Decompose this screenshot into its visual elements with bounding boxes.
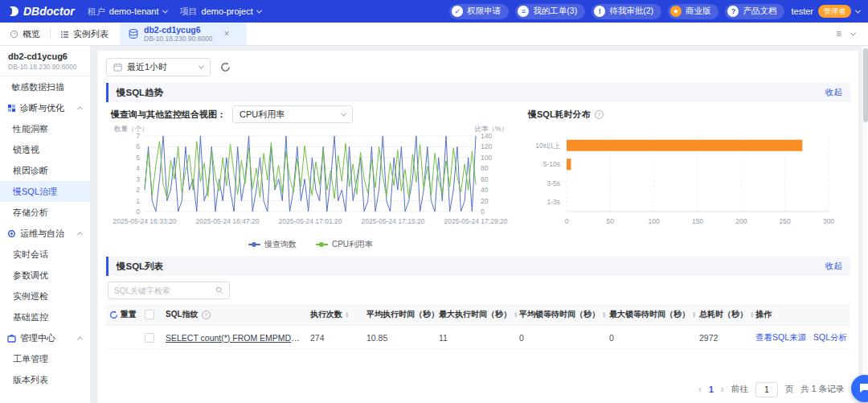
legend-marker (316, 244, 328, 245)
time-range-select[interactable]: 最近1小时 (106, 58, 211, 76)
goto-page-input[interactable] (755, 382, 778, 397)
sort-icon[interactable]: ▲▼ (514, 311, 518, 319)
view-sql-source-link[interactable]: 查看SQL来源 (755, 332, 806, 343)
column-total-time[interactable]: 总耗时（秒） ▲▼ (699, 309, 755, 320)
column-exec-count[interactable]: 执行次数 ▲▼ (310, 309, 366, 320)
sidebar-item-instance-inspection[interactable]: 实例巡检 (0, 286, 90, 306)
sidebar-item-performance-insight[interactable]: 性能洞察 (0, 118, 90, 139)
permission-apply-button[interactable]: ✓ 权限申请 (449, 4, 509, 19)
sidebar-item-version-list[interactable]: 版本列表 (0, 369, 90, 390)
sidebar-item-ticket-management[interactable]: 工单管理 (0, 348, 90, 369)
legend-slow-query-count[interactable]: 慢查询数 (248, 239, 297, 250)
sidebar-item-slow-sql[interactable]: 慢SQL治理 (0, 181, 90, 202)
chevron-up-icon (77, 232, 83, 237)
sidebar-item-lock-perspective[interactable]: 锁透视 (0, 139, 90, 160)
total-records-label: 共 1 条记录 (800, 384, 844, 395)
sort-icon[interactable]: ▲▼ (602, 311, 606, 319)
sidebar-group-operations[interactable]: 运维与自治 (0, 223, 90, 244)
sql-fingerprint-link[interactable]: SELECT count(*) FROM EMPMDC e CROSS JOIN… (166, 333, 305, 343)
project-label: 项目 (180, 6, 198, 18)
page-unit-label: 页 (785, 384, 794, 395)
pending-approval-button[interactable]: ! 待我审批(2) (592, 4, 661, 19)
page-number[interactable]: 1 (709, 384, 714, 394)
sort-icon[interactable]: ▲▼ (750, 311, 754, 319)
sort-icon[interactable]: ▲▼ (692, 311, 696, 319)
product-docs-button[interactable]: ? 产品文档 (725, 4, 784, 19)
tenant-label: 租户 (88, 6, 105, 18)
chevron-up-icon (77, 106, 83, 112)
chevron-down-icon[interactable] (850, 30, 856, 35)
cell-avg-lock-wait: 0 (519, 333, 609, 343)
scrollbar-thumb[interactable] (863, 48, 868, 122)
tenant-select[interactable]: demo-tenant (109, 6, 167, 16)
pill-label: 权限申请 (467, 6, 501, 17)
commercial-version-button[interactable]: ★ 商业版 (668, 4, 719, 19)
tabbar: 概览 实例列表 db2-cd1ycug6 DB-10.18.230.90:600… (0, 23, 868, 46)
dbdoctor-logo[interactable]: DBdoctor (8, 5, 75, 18)
row-checkbox[interactable] (145, 333, 154, 343)
sidebar-item-basic-monitoring[interactable]: 基础监控 (0, 306, 90, 327)
sort-icon[interactable]: ▲▼ (345, 311, 349, 319)
project-select[interactable]: demo-project (202, 6, 261, 16)
next-page-button[interactable]: › (721, 384, 724, 395)
tab-label: 实例列表 (73, 28, 108, 40)
sql-analysis-link[interactable]: SQL分析 (813, 332, 847, 343)
tab-instance-list[interactable]: 实例列表 (51, 23, 118, 45)
sidebar-group-diagnosis[interactable]: 诊断与优化 (0, 97, 90, 118)
list-collapse-link[interactable]: 收起 (825, 261, 842, 272)
time-range-value: 最近1小时 (127, 61, 167, 73)
cell-total-time: 2972 (699, 333, 755, 343)
table-empty-space (106, 350, 850, 376)
svg-text:80: 80 (481, 164, 489, 172)
sql-search-input[interactable] (114, 286, 212, 295)
tab-overview[interactable]: 概览 (0, 23, 50, 45)
trend-collapse-link[interactable]: 收起 (825, 87, 842, 98)
time-filter-row: 最近1小时 (106, 57, 850, 83)
svg-text:1: 1 (136, 197, 140, 205)
tenant-context: 租户 demo-tenant (88, 6, 167, 18)
user-menu[interactable]: tester 管理者 (791, 5, 860, 18)
distribution-chart-block: 慢SQL耗时分布 ? 05010015020025030010s以上5-10s3… (514, 104, 850, 250)
chevron-down-icon (256, 7, 262, 13)
close-icon[interactable]: × (224, 28, 230, 39)
column-sql-fingerprint[interactable]: SQL指纹 ? (166, 309, 310, 320)
menu-icon[interactable]: ≡ (836, 28, 841, 39)
trend-section-header: 慢SQL趋势 收起 (106, 83, 850, 102)
chevron-down-icon (199, 64, 204, 69)
column-max-time[interactable]: 最大执行时间（秒） ▲▼ (439, 309, 519, 320)
svg-text:5: 5 (136, 154, 140, 162)
refresh-button[interactable] (220, 62, 231, 72)
column-avg-lock-wait[interactable]: 平均锁等待时间（秒） ▲▼ (519, 309, 609, 320)
svg-text:300: 300 (823, 217, 834, 225)
page-scrollbar[interactable] (862, 46, 868, 403)
list-icon (60, 30, 69, 39)
column-avg-time[interactable]: 平均执行时间（秒） ▲▼ (366, 309, 439, 320)
my-tickets-button[interactable]: ≡ 我的工单(3) (515, 4, 585, 19)
select-all-checkbox[interactable] (145, 310, 154, 319)
slow-sql-trend-chart: 714061205100480360240120002025-05-24 16:… (108, 125, 514, 236)
tab-active-instance[interactable]: db2-cd1ycug6 DB-10.18.230.90:6000 × (120, 23, 247, 45)
prev-page-button[interactable]: ‹ (698, 384, 702, 395)
svg-text:0: 0 (136, 208, 140, 216)
column-max-lock-wait[interactable]: 最大锁等待时间（秒） ▲▼ (609, 309, 699, 320)
tab-instance-title: db2-cd1ycug6 (144, 25, 213, 35)
sidebar-item-parameter-tuning[interactable]: 参数调优 (0, 265, 90, 286)
sidebar-item-storage-analysis[interactable]: 存储分析 (0, 202, 90, 223)
search-icon[interactable] (215, 286, 223, 294)
table-header: 重置 SQL指纹 ? 执行次数 ▲▼ 平均执行时间（秒） ▲▼ 最大执行时间（秒… (106, 304, 850, 326)
goto-label: 前往 (731, 384, 748, 395)
info-icon[interactable]: ? (202, 310, 211, 319)
info-icon[interactable]: ? (595, 110, 604, 119)
approval-icon: ! (594, 6, 605, 17)
sidebar-item-root-cause[interactable]: 根因诊断 (0, 160, 90, 181)
legend-cpu-usage[interactable]: CPU利用率 (316, 239, 373, 250)
user-role-badge: 管理者 (818, 5, 851, 18)
combo-metric-select[interactable]: CPU利用率 (232, 105, 353, 123)
svg-text:数量（个）: 数量（个） (114, 125, 149, 133)
sidebar-item-realtime-sessions[interactable]: 实时会话 (0, 244, 90, 265)
reset-button[interactable]: 重置 (106, 309, 145, 320)
sidebar-item-sensitive-data-scan[interactable]: 敏感数据扫描 (0, 76, 90, 97)
sidebar-group-management[interactable]: 管理中心 (0, 327, 90, 348)
slow-sql-distribution-chart: 05010015020025030010s以上5-10s3-5s1-3s (528, 125, 850, 236)
pagination: ‹ 1 › 前往 页 共 1 条记录 (106, 376, 850, 403)
